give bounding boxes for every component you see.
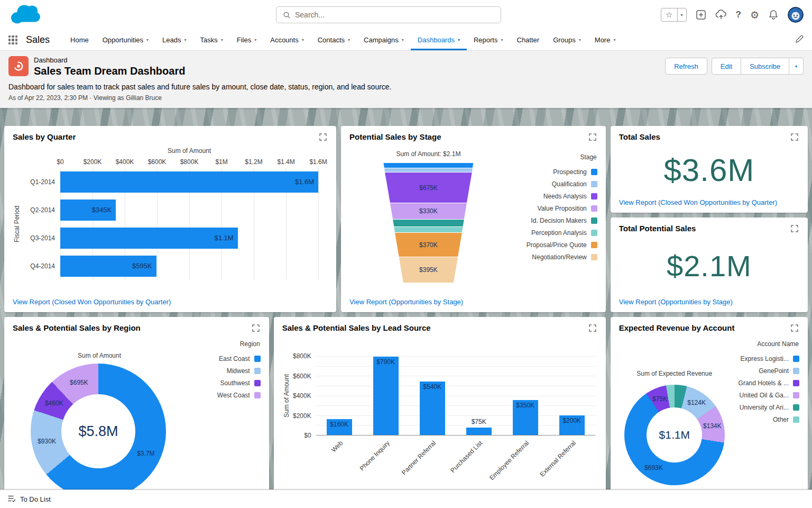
tab-contacts[interactable]: Contacts▾ <box>311 30 357 50</box>
metric-value: $3.6M <box>619 142 799 198</box>
bar-value-label: $345K <box>92 199 112 221</box>
bar-q2-2014[interactable]: $345K <box>60 199 116 221</box>
tab-accounts[interactable]: Accounts▾ <box>263 30 311 50</box>
tab-tasks[interactable]: Tasks▾ <box>193 30 230 50</box>
tab-dashboards[interactable]: Dashboards▾ <box>411 30 467 50</box>
legend-swatch <box>793 368 799 374</box>
funnel-segment-value-proposition[interactable]: $330K <box>390 203 467 219</box>
legend-item-value-proposition: Value Proposition <box>508 202 597 214</box>
tab-leads[interactable]: Leads▾ <box>155 30 193 50</box>
legend-item-genepoint: GenePoint <box>709 365 799 377</box>
notifications-bell-icon[interactable] <box>768 10 779 20</box>
funnel-value-label: $675K <box>419 184 438 192</box>
metric-value: $2.1M <box>619 233 799 298</box>
x-axis-ticks: $0$200K$400K$600K$800K$1M$1.2M$1.4M$1.6M <box>60 158 318 166</box>
bar-q1-2014[interactable]: $1.6M <box>60 171 318 193</box>
tab-reports[interactable]: Reports▾ <box>467 30 510 50</box>
legend-swatch <box>591 217 597 224</box>
funnel-segment-qualification[interactable] <box>384 168 473 172</box>
expand-icon[interactable] <box>251 323 261 333</box>
edit-navigation-pencil-icon[interactable] <box>795 35 804 46</box>
expand-icon[interactable] <box>588 132 597 142</box>
funnel-value-label: $370K <box>419 241 438 249</box>
funnel-segment-prospecting[interactable] <box>383 163 473 168</box>
metrics-column: Total Sales $3.6M View Report (Closed Wo… <box>611 126 808 312</box>
legend-swatch <box>591 181 597 187</box>
legend-swatch <box>591 205 597 212</box>
legend-item-southwest: Southwest <box>171 377 261 389</box>
help-icon[interactable]: ? <box>736 10 741 20</box>
tab-groups[interactable]: Groups▾ <box>546 30 588 50</box>
subscribe-button[interactable]: Subscribe <box>741 58 789 75</box>
funnel-segment-id-decision-makers[interactable] <box>393 220 464 226</box>
bar-phone-inquiry[interactable]: $790K <box>373 357 399 435</box>
setup-gear-icon[interactable]: ⚙ <box>750 9 759 21</box>
funnel-segment-proposal-price-quote[interactable]: $370K <box>395 233 462 257</box>
dashboard-entity-icon <box>8 56 29 76</box>
view-report-link[interactable]: View Report (Opportunities by Stage) <box>349 298 597 306</box>
y-axis-title: Sum of Amount <box>282 356 291 436</box>
quick-create-plus-icon[interactable] <box>696 10 706 20</box>
expand-icon[interactable] <box>790 323 799 333</box>
global-search[interactable] <box>276 6 501 23</box>
widget-title: Potential Sales by Stage <box>349 132 441 141</box>
widget-title: Total Sales <box>619 132 660 141</box>
bar-web[interactable]: $160K <box>327 419 352 435</box>
bar-value-label: $595K <box>132 256 152 277</box>
legend-swatch <box>591 169 597 175</box>
cloud-upload-icon[interactable] <box>715 10 727 20</box>
view-report-link[interactable]: View Report (Closed Won Opportunities by… <box>619 198 799 206</box>
stage-legend: Stage ProspectingQualificationNeeds Anal… <box>508 142 597 298</box>
user-avatar[interactable] <box>788 7 804 23</box>
tab-opportunities[interactable]: Opportunities▾ <box>96 30 155 50</box>
x-axis-label: Web <box>330 439 344 453</box>
legend-item-id-decision-makers: Id. Decision Makers <box>508 214 597 226</box>
tab-home[interactable]: Home <box>63 30 96 50</box>
funnel-value-label: $395K <box>419 266 438 274</box>
tab-more[interactable]: More▾ <box>588 30 623 50</box>
funnel-segment-negotiation-review[interactable]: $395K <box>399 257 458 283</box>
view-report-link[interactable]: View Report (Opportunities by Stage) <box>619 298 799 306</box>
tab-files[interactable]: Files▾ <box>230 30 263 50</box>
expand-icon[interactable] <box>790 224 799 233</box>
bar-purchased-list[interactable] <box>466 428 492 435</box>
app-launcher-icon[interactable] <box>8 35 17 44</box>
bar-q3-2014[interactable]: $1.1M <box>60 228 238 249</box>
tab-campaigns[interactable]: Campaigns▾ <box>357 30 411 50</box>
funnel-segment-needs-analysis[interactable]: $675K <box>385 173 472 203</box>
lead-source-bar-chart: Sum of Amount $800K$600K$400K$200K$0 $16… <box>282 356 597 436</box>
chevron-down-icon: ▾ <box>501 38 503 42</box>
widget-expected-revenue-by-account: Expected Revenue by Account Sum of Expec… <box>611 317 808 489</box>
sales-by-quarter-chart: Sum of Amount $0$200K$400K$600K$800K$1M$… <box>13 142 328 280</box>
region-donut-chart[interactable]: $5.8M $3.7M$930K$460K$695K <box>31 364 166 489</box>
refresh-button[interactable]: Refresh <box>665 58 707 75</box>
slice-label-southwest: $460K <box>45 400 63 407</box>
legend-title: Region <box>171 340 261 348</box>
bar-employee-referral[interactable]: $350K <box>513 400 538 435</box>
expand-icon[interactable] <box>588 323 597 333</box>
app-name: Sales <box>26 34 50 46</box>
bar-q4-2014[interactable]: $595K <box>60 256 156 277</box>
legend-title: Account Name <box>709 340 799 348</box>
widget-title: Expected Revenue by Account <box>619 323 735 332</box>
expand-icon[interactable] <box>318 132 328 142</box>
x-axis-title: Sum of Amount <box>60 142 318 155</box>
utility-bar-todo-list[interactable]: To Do List <box>0 489 812 508</box>
bar-external-referral[interactable]: $200K <box>559 415 585 436</box>
search-input[interactable] <box>295 11 494 19</box>
x-axis-label: External Referral <box>538 439 577 478</box>
favorites-star-icon[interactable]: ☆ <box>661 8 677 21</box>
more-actions-button[interactable]: ▾ <box>789 58 804 75</box>
expand-icon[interactable] <box>790 132 799 142</box>
edit-button[interactable]: Edit <box>712 58 741 75</box>
bars: $1.6M$345K$1.1M$595K <box>60 168 318 280</box>
widget-title: Sales by Quarter <box>13 132 76 141</box>
view-report-link[interactable]: View Report (Closed Won Opportunities by… <box>13 298 328 306</box>
funnel-segment-perception-analysis[interactable] <box>394 227 463 232</box>
bar-slot-employee-referral: $350KEmployee Referral <box>502 356 549 435</box>
donut-total: $1.1M <box>659 429 690 441</box>
favorites-dropdown-icon[interactable]: ▾ <box>678 13 686 17</box>
bar-partner-referral[interactable]: $540K <box>420 382 445 435</box>
widget-potential-sales-by-stage: Potential Sales by Stage Sum of Amount: … <box>341 126 606 312</box>
tab-chatter[interactable]: Chatter <box>510 30 547 50</box>
